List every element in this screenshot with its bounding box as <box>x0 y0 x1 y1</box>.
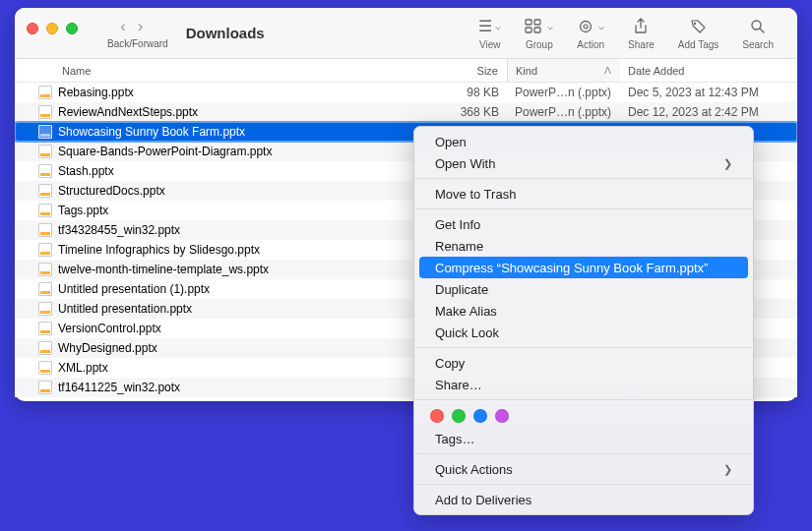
menu-rename[interactable]: Rename <box>419 235 748 257</box>
file-icon <box>36 145 54 158</box>
separator <box>415 178 752 179</box>
menu-tags[interactable]: Tags… <box>419 428 748 449</box>
file-name: Rebasing.pptx <box>54 86 426 99</box>
menu-duplicate[interactable]: Duplicate <box>419 278 748 300</box>
separator <box>415 453 752 454</box>
toolbar-tags[interactable]: Add Tags <box>666 17 731 50</box>
file-icon <box>36 322 54 335</box>
chevron-down-icon: ⌵ <box>547 21 553 31</box>
menu-move-to-trash[interactable]: Move to Trash <box>419 183 748 205</box>
col-name[interactable]: Name <box>15 59 426 82</box>
menu-open[interactable]: Open <box>419 131 748 152</box>
window-controls <box>27 23 78 34</box>
toolbar-view[interactable]: ☰ ⌵ View <box>467 17 513 50</box>
context-menu: Open Open With❯ Move to Trash Get Info R… <box>413 126 754 515</box>
col-date[interactable]: Date Added <box>620 59 797 82</box>
separator <box>415 484 752 485</box>
list-view-icon: ☰ <box>478 17 492 35</box>
file-name: Untitled presentation (1).pptx <box>54 282 426 296</box>
submenu-arrow-icon: ❯ <box>723 463 732 476</box>
file-name: Timeline Infographics by Slidesgo.pptx <box>54 243 426 257</box>
file-icon <box>36 361 54 375</box>
svg-rect-3 <box>534 28 540 32</box>
file-icon <box>36 105 54 119</box>
file-name: VersionControl.pptx <box>54 322 426 335</box>
file-size: 368 KB <box>426 105 507 119</box>
file-icon <box>36 341 54 355</box>
submenu-arrow-icon: ❯ <box>723 157 732 170</box>
file-name: Square-Bands-PowerPoint-Diagram.pptx <box>54 145 426 158</box>
toolbar-group[interactable]: ⌵ Group <box>513 17 565 50</box>
file-icon <box>36 125 54 139</box>
close-window-button[interactable] <box>27 23 38 34</box>
zoom-window-button[interactable] <box>66 23 78 34</box>
window-title: Downloads <box>186 25 265 41</box>
sort-asc-icon: ᐱ <box>604 65 611 76</box>
tag-color-dot[interactable] <box>495 409 509 423</box>
file-icon <box>36 184 54 198</box>
file-name: Untitled presentation.pptx <box>54 302 426 316</box>
chevron-down-icon: ⌵ <box>598 21 604 31</box>
menu-quick-actions[interactable]: Quick Actions❯ <box>419 458 748 480</box>
menu-make-alias[interactable]: Make Alias <box>419 300 748 322</box>
toolbar-action[interactable]: ⌵ Action <box>565 17 616 50</box>
nav-caption: Back/Forward <box>107 38 168 49</box>
file-name: Tags.pptx <box>54 204 426 217</box>
file-icon <box>36 204 54 217</box>
file-icon <box>36 302 54 316</box>
svg-point-5 <box>584 25 588 29</box>
file-name: tf34328455_win32.pptx <box>54 223 426 237</box>
toolbar-search[interactable]: Search <box>730 17 785 50</box>
column-headers: Name Size Kindᐱ Date Added <box>15 59 797 83</box>
minimize-window-button[interactable] <box>46 23 58 34</box>
col-kind[interactable]: Kindᐱ <box>507 59 620 82</box>
file-icon <box>36 263 54 276</box>
menu-tag-colors <box>414 404 753 428</box>
file-row[interactable]: Rebasing.pptx98 KBPowerP…n (.pptx)Dec 5,… <box>15 83 797 102</box>
file-icon <box>36 381 54 394</box>
file-name: XML.pptx <box>54 361 426 375</box>
forward-icon[interactable]: › <box>138 17 156 35</box>
file-name: Showcasing Sunny Book Farm.pptx <box>54 125 426 139</box>
toolbar-share[interactable]: Share <box>616 17 666 50</box>
grid-icon <box>525 19 544 34</box>
file-row[interactable]: ReviewAndNextSteps.pptx368 KBPowerP…n (.… <box>15 102 797 122</box>
menu-quick-look[interactable]: Quick Look <box>419 322 748 343</box>
file-name: twelve-month-timeline-template_ws.pptx <box>54 263 426 276</box>
svg-line-8 <box>760 29 764 32</box>
svg-rect-1 <box>534 20 540 25</box>
back-icon[interactable]: ‹ <box>120 17 138 35</box>
tag-icon <box>690 19 708 34</box>
menu-get-info[interactable]: Get Info <box>419 213 748 235</box>
menu-add-to-deliveries[interactable]: Add to Deliveries <box>419 489 748 510</box>
separator <box>415 208 752 209</box>
tag-color-dot[interactable] <box>430 409 444 423</box>
menu-copy[interactable]: Copy <box>419 352 748 374</box>
separator <box>415 347 752 348</box>
file-kind: PowerP…n (.pptx) <box>507 105 620 119</box>
search-icon <box>750 19 766 34</box>
file-size: 98 KB <box>426 86 507 99</box>
file-icon <box>36 86 54 99</box>
file-name: tf16411225_win32.potx <box>54 381 426 394</box>
separator <box>415 399 752 400</box>
menu-open-with[interactable]: Open With❯ <box>419 152 748 174</box>
menu-share[interactable]: Share… <box>419 374 748 395</box>
menu-compress[interactable]: Compress “Showcasing Sunny Book Farm.ppt… <box>419 257 748 278</box>
file-date: Dec 12, 2023 at 2:42 PM <box>620 105 797 119</box>
file-name: StructuredDocs.pptx <box>54 184 426 198</box>
svg-rect-2 <box>526 28 531 32</box>
nav-buttons[interactable]: ‹› Back/Forward <box>107 17 168 49</box>
titlebar: ‹› Back/Forward Downloads ☰ ⌵ View ⌵ Gro… <box>15 8 797 59</box>
svg-point-6 <box>693 22 695 24</box>
file-name: WhyDesigned.pptx <box>54 341 426 355</box>
file-kind: PowerP…n (.pptx) <box>507 86 620 99</box>
chevron-down-icon: ⌵ <box>495 21 501 31</box>
tag-color-dot[interactable] <box>473 409 487 423</box>
svg-rect-0 <box>526 20 531 25</box>
col-size[interactable]: Size <box>426 59 507 82</box>
file-name: Stash.pptx <box>54 164 426 178</box>
share-icon <box>633 18 649 35</box>
svg-point-4 <box>580 21 591 31</box>
tag-color-dot[interactable] <box>452 409 466 423</box>
